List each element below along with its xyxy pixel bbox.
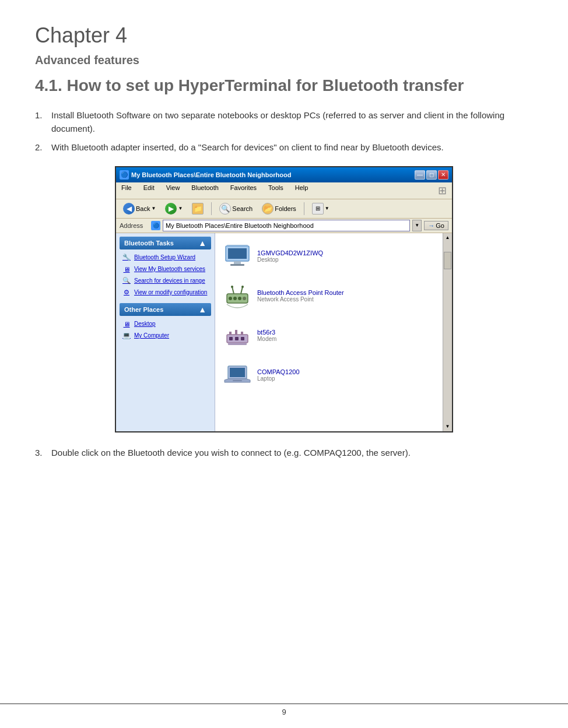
step-3: 3. Double click on the Bluetooth device … (35, 446, 533, 460)
sidebar-places-collapse[interactable]: ▲ (198, 305, 206, 314)
sidebar-tasks-collapse[interactable]: ▲ (198, 238, 206, 248)
sidebar-item-setup-wizard-label: Bluetooth Setup Wizard (134, 254, 195, 261)
minimize-button[interactable]: — (415, 170, 425, 180)
sidebar-places-section: Other Places ▲ 🖥 Desktop 💻 My Computer (120, 303, 211, 342)
svg-rect-18 (229, 332, 232, 335)
views-icon: ⊞ (312, 203, 324, 214)
device-router[interactable]: Bluetooth Access Point Router Network Ac… (220, 277, 438, 315)
close-button[interactable]: ✕ (438, 170, 448, 180)
back-dropdown-icon[interactable]: ▼ (151, 206, 156, 211)
device-desktop[interactable]: 1GMVGD4D2W1ZIWQ Desktop (220, 238, 438, 275)
scroll-down-button[interactable]: ▼ (443, 422, 452, 431)
forward-button[interactable]: ▶ ▼ (162, 201, 186, 216)
titlebar-left: 🔵 My Bluetooth Places\Entire Bluetooth N… (120, 170, 291, 180)
sidebar-places-header[interactable]: Other Places ▲ (120, 303, 211, 316)
address-dropdown[interactable]: ▼ (412, 220, 422, 231)
svg-rect-1 (228, 248, 247, 259)
search-devices-icon: 🔍 (122, 276, 131, 286)
folder-up-icon: 📁 (192, 203, 204, 214)
titlebar-buttons[interactable]: — ◻ ✕ (415, 170, 448, 180)
back-label: Back (136, 205, 150, 212)
menu-edit[interactable]: Edit (142, 184, 156, 198)
device-modem-info: bt56r3 Modem (257, 329, 276, 342)
sidebar-tasks-header[interactable]: Bluetooth Tasks ▲ (120, 237, 211, 249)
device-desktop-info: 1GMVGD4D2W1ZIWQ Desktop (257, 249, 323, 263)
sidebar-tasks-title: Bluetooth Tasks (124, 240, 174, 247)
address-label: Address (120, 222, 149, 229)
titlebar: 🔵 My Bluetooth Places\Entire Bluetooth N… (116, 167, 452, 182)
step-3-number: 3. (35, 446, 47, 460)
scrollbar[interactable]: ▲ ▼ (443, 233, 452, 431)
menu-file[interactable]: File (120, 184, 134, 198)
svg-rect-23 (230, 368, 245, 377)
svg-rect-2 (234, 261, 241, 264)
chapter-title: Chapter 4 (35, 23, 533, 48)
main-title: 4.1. How to set up HyperTerminal for Blu… (35, 76, 533, 95)
menu-tools[interactable]: Tools (267, 184, 285, 198)
views-dropdown-icon[interactable]: ▼ (325, 206, 329, 211)
step-3-text: Double click on the Bluetooth device you… (51, 446, 411, 460)
menu-view[interactable]: View (164, 184, 182, 198)
windows-logo-icon: ⊞ (436, 184, 448, 198)
search-icon: 🔍 (219, 203, 231, 214)
svg-rect-24 (233, 380, 242, 381)
svg-point-9 (243, 297, 246, 300)
titlebar-icon: 🔵 (120, 170, 129, 180)
address-input[interactable] (163, 220, 410, 231)
scroll-thumb[interactable] (444, 252, 451, 269)
view-services-icon: 🖥 (122, 265, 131, 274)
device-router-type: Network Access Point (257, 296, 344, 303)
svg-point-6 (229, 297, 232, 300)
device-modem-name: bt56r3 (257, 329, 276, 336)
scroll-up-button[interactable]: ▲ (443, 233, 452, 242)
forward-dropdown-icon[interactable]: ▼ (178, 206, 183, 211)
folders-icon: 📂 (262, 203, 274, 214)
device-laptop[interactable]: COMPAQ1200 Laptop (220, 357, 438, 394)
folders-button[interactable]: 📂 Folders (258, 201, 300, 216)
menu-help[interactable]: Help (293, 184, 310, 198)
svg-rect-19 (235, 330, 237, 335)
modify-config-icon: ⚙ (122, 288, 131, 297)
device-router-name: Bluetooth Access Point Router (257, 289, 344, 296)
go-button[interactable]: → Go (424, 221, 448, 230)
desktop-icon: 🖥 (122, 319, 131, 329)
svg-rect-20 (241, 332, 243, 335)
content-area: 1GMVGD4D2W1ZIWQ Desktop (215, 233, 443, 431)
sidebar-item-my-computer-label: My Computer (134, 332, 169, 339)
toolbar-separator-1 (211, 202, 212, 215)
sidebar-item-setup-wizard[interactable]: 🔧 Bluetooth Setup Wizard (120, 252, 211, 263)
views-button[interactable]: ⊞ ▼ (308, 201, 333, 216)
sidebar-item-view-services[interactable]: 🖥 View My Bluetooth services (120, 263, 211, 275)
addressbar: Address 🔵 ▼ → Go (116, 219, 452, 233)
device-desktop-name: 1GMVGD4D2W1ZIWQ (257, 249, 323, 256)
back-button[interactable]: ◀ Back ▼ (120, 201, 159, 216)
sidebar-item-modify-config[interactable]: ⚙ View or modify configuration (120, 287, 211, 298)
sidebar-item-modify-config-label: View or modify configuration (134, 289, 207, 296)
step-1-text: Install Bluetooth Software on two separa… (51, 109, 533, 135)
sidebar-item-my-computer[interactable]: 💻 My Computer (120, 330, 211, 342)
search-button[interactable]: 🔍 Search (216, 201, 256, 216)
device-router-info: Bluetooth Access Point Router Network Ac… (257, 289, 344, 303)
sidebar-item-desktop[interactable]: 🖥 Desktop (120, 318, 211, 330)
sidebar-places-title: Other Places (124, 306, 163, 313)
device-modem[interactable]: bt56r3 Modem (220, 317, 438, 354)
step-1: 1. Install Bluetooth Software on two sep… (35, 109, 533, 135)
maximize-button[interactable]: ◻ (426, 170, 437, 180)
device-desktop-icon (223, 242, 251, 270)
svg-rect-17 (241, 337, 244, 340)
menu-favorites[interactable]: Favorites (229, 184, 258, 198)
step-1-number: 1. (35, 109, 47, 135)
search-label: Search (232, 205, 253, 212)
window-body: Bluetooth Tasks ▲ 🔧 Bluetooth Setup Wiza… (116, 233, 452, 431)
folders-label: Folders (275, 205, 296, 212)
page-number: 9 (282, 708, 286, 716)
folder-up-button[interactable]: 📁 (188, 201, 207, 216)
svg-point-7 (233, 297, 237, 300)
section-title: Advanced features (35, 54, 533, 67)
menu-bluetooth[interactable]: Bluetooth (190, 184, 220, 198)
svg-rect-3 (230, 264, 244, 266)
sidebar-item-search-devices[interactable]: 🔍 Search for devices in range (120, 275, 211, 287)
sidebar-tasks-section: Bluetooth Tasks ▲ 🔧 Bluetooth Setup Wiza… (120, 237, 211, 298)
svg-point-13 (241, 286, 244, 288)
svg-point-8 (238, 297, 241, 300)
